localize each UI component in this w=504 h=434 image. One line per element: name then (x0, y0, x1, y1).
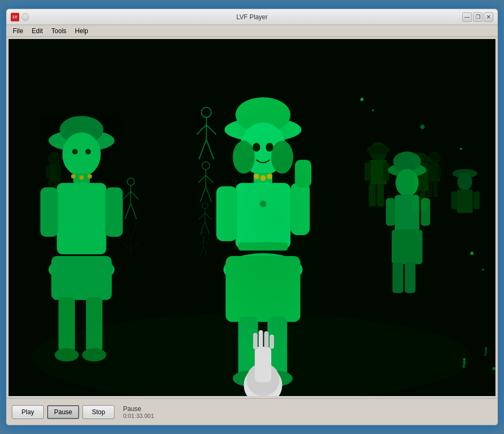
svg-point-67 (71, 174, 75, 179)
svg-rect-57 (40, 187, 58, 236)
menu-tools[interactable]: Tools (47, 26, 71, 36)
menu-edit[interactable]: Edit (27, 26, 47, 36)
scene-canvas (9, 39, 495, 396)
play-button[interactable]: Play (12, 405, 44, 419)
main-window: LV LVF Player — ❐ ✕ File Edit Tools Help (6, 9, 498, 425)
controls-bar: Play Pause Stop Pause 0:01:33.001 (6, 398, 498, 425)
status-area: Pause 0:01:33.001 (123, 405, 154, 419)
svg-point-22 (367, 145, 390, 154)
svg-point-116 (420, 125, 424, 129)
window-title: LVF Player (6, 13, 498, 21)
svg-rect-113 (474, 191, 479, 209)
svg-point-101 (393, 152, 421, 172)
svg-point-102 (395, 169, 418, 197)
svg-rect-147 (484, 353, 485, 356)
title-bar-circle (21, 13, 29, 21)
title-bar-controls: — ❐ ✕ (462, 12, 493, 22)
svg-point-69 (88, 174, 92, 179)
svg-rect-148 (485, 353, 486, 356)
svg-point-68 (79, 175, 83, 180)
svg-rect-6 (46, 166, 50, 178)
svg-rect-112 (451, 191, 457, 209)
stop-button[interactable]: Stop (82, 405, 114, 419)
svg-point-54 (62, 133, 101, 176)
svg-point-114 (360, 98, 363, 101)
title-bar-left: LV (11, 13, 29, 21)
svg-point-119 (482, 269, 484, 271)
svg-point-118 (470, 252, 474, 255)
svg-point-120 (492, 367, 495, 370)
svg-rect-18 (369, 184, 376, 206)
svg-rect-143 (463, 365, 464, 368)
menu-file[interactable]: File (9, 26, 27, 36)
minimize-button[interactable]: — (462, 12, 472, 22)
svg-rect-58 (105, 187, 123, 236)
app-icon: LV (11, 13, 19, 21)
svg-rect-103 (395, 195, 419, 231)
scene-svg (9, 39, 495, 396)
svg-point-115 (372, 110, 374, 112)
svg-rect-104 (386, 198, 395, 226)
svg-point-145 (485, 347, 487, 349)
svg-rect-142 (463, 360, 465, 365)
svg-rect-144 (464, 365, 465, 368)
restore-button[interactable]: ❐ (473, 12, 483, 22)
svg-rect-140 (192, 83, 356, 358)
svg-rect-61 (58, 297, 75, 352)
svg-rect-106 (392, 230, 423, 265)
svg-point-141 (463, 358, 465, 360)
svg-rect-107 (392, 262, 403, 293)
svg-rect-146 (485, 349, 487, 353)
svg-point-110 (457, 173, 472, 190)
svg-point-64 (82, 348, 106, 362)
status-label: Pause (123, 405, 154, 413)
svg-rect-108 (404, 262, 415, 293)
svg-point-63 (55, 348, 79, 362)
svg-point-66 (86, 149, 91, 154)
menu-help[interactable]: Help (71, 26, 93, 36)
svg-rect-7 (57, 166, 61, 178)
svg-rect-12 (433, 182, 438, 197)
svg-rect-105 (421, 198, 430, 226)
svg-point-117 (460, 148, 462, 150)
svg-point-8 (47, 154, 63, 160)
close-button[interactable]: ✕ (484, 12, 493, 22)
svg-rect-14 (437, 166, 441, 178)
svg-rect-19 (377, 184, 384, 206)
svg-point-65 (72, 149, 78, 154)
svg-rect-56 (57, 183, 106, 254)
pause-button[interactable]: Pause (47, 405, 79, 419)
svg-rect-111 (457, 190, 473, 213)
svg-rect-60 (51, 256, 112, 300)
status-time: 0:01:33.001 (123, 413, 154, 419)
svg-rect-20 (365, 162, 371, 180)
menu-bar: File Edit Tools Help (6, 25, 498, 37)
svg-rect-62 (86, 297, 103, 352)
title-bar: LV LVF Player — ❐ ✕ (6, 9, 498, 25)
video-display (9, 39, 495, 396)
